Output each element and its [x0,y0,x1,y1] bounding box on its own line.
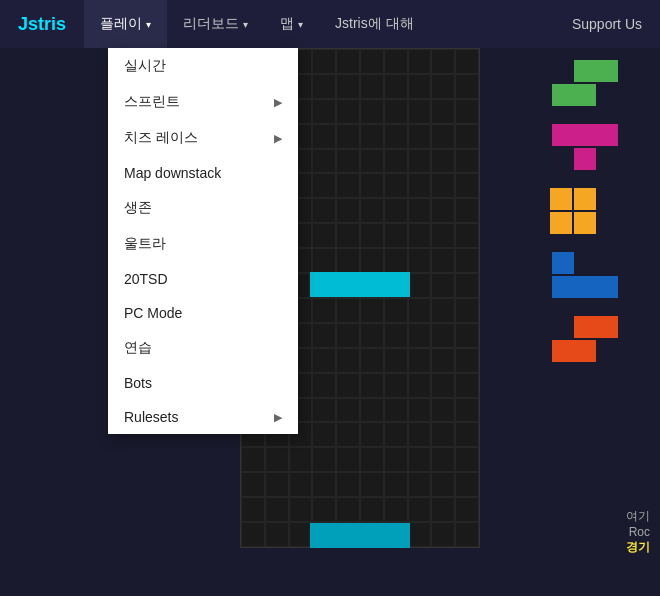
board-cell [455,198,479,223]
menu-cheese-label: 치즈 레이스 [124,129,198,147]
board-cell [336,99,360,124]
rulesets-sub-arrow: ▶ [274,411,282,424]
menu-item-20tsd[interactable]: 20TSD [108,262,298,296]
board-cell [455,149,479,174]
board-cell [312,74,336,99]
board-cell [289,447,313,472]
board-cell [455,273,479,298]
board-cell [360,298,384,323]
board-cell [384,99,408,124]
menu-item-mapdownstack[interactable]: Map downstack [108,156,298,190]
menu-sprint-label: 스프린트 [124,93,180,111]
board-cell [455,49,479,74]
right-side-text: 여기 Roc 경기 [626,508,650,556]
board-cell [336,74,360,99]
nav-item-play[interactable]: 플레이 ▾ [84,0,167,48]
navbar: Jstris 플레이 ▾ 리더보드 ▾ 맵 ▾ Jstris에 대해 Suppo… [0,0,660,48]
board-cell [384,198,408,223]
board-cell [431,522,455,547]
menu-ultra-label: 울트라 [124,235,166,253]
menu-practice-label: 연습 [124,339,152,357]
board-cell [312,447,336,472]
board-cell [455,497,479,522]
board-cell [384,447,408,472]
board-cell [408,173,432,198]
board-cell [336,248,360,273]
nav-leaderboard-arrow: ▾ [243,19,248,30]
nav-logo[interactable]: Jstris [0,14,84,35]
board-cell [384,74,408,99]
board-cell [408,422,432,447]
board-cell [241,497,265,522]
svg-rect-0 [574,60,596,82]
svg-rect-6 [596,124,618,146]
menu-bots-label: Bots [124,375,152,391]
board-cell [265,497,289,522]
menu-realtime-label: 실시간 [124,57,166,75]
board-cell [312,497,336,522]
nav-map-label: 맵 [280,15,294,33]
board-cell [336,447,360,472]
board-cell [289,497,313,522]
menu-item-survival[interactable]: 생존 [108,190,298,226]
board-cell [384,173,408,198]
board-cell [455,472,479,497]
board-cell [455,373,479,398]
right-text-line3: 경기 [626,539,650,556]
board-cell [431,173,455,198]
next-piece-j-blue [550,252,618,298]
board-cell [384,398,408,423]
svg-rect-13 [552,276,574,298]
svg-rect-5 [574,124,596,146]
nav-about-label: Jstris에 대해 [335,15,414,33]
board-cell [408,149,432,174]
svg-rect-16 [552,340,574,362]
menu-item-ultra[interactable]: 울트라 [108,226,298,262]
board-cell [455,74,479,99]
board-cell [360,149,384,174]
next-pieces-panel [550,60,640,362]
nav-item-leaderboard[interactable]: 리더보드 ▾ [167,0,264,48]
menu-item-bots[interactable]: Bots [108,366,298,400]
menu-item-pcmode[interactable]: PC Mode [108,296,298,330]
menu-item-cheese[interactable]: 치즈 레이스 ▶ [108,120,298,156]
board-cell [241,447,265,472]
board-cell [312,472,336,497]
sprint-sub-arrow: ▶ [274,96,282,109]
board-cell [431,248,455,273]
nav-item-map[interactable]: 맵 ▾ [264,0,319,48]
board-cell [431,74,455,99]
active-piece-cyan-mid [310,272,410,297]
menu-item-sprint[interactable]: 스프린트 ▶ [108,84,298,120]
menu-item-rulesets[interactable]: Rulesets ▶ [108,400,298,434]
board-cell [265,447,289,472]
svg-rect-11 [574,212,596,234]
nav-map-arrow: ▾ [298,19,303,30]
board-cell [360,323,384,348]
board-cell [431,124,455,149]
svg-rect-4 [552,124,574,146]
board-cell [312,223,336,248]
board-cell [289,522,313,547]
board-cell [312,298,336,323]
board-cell [408,273,432,298]
menu-item-practice[interactable]: 연습 [108,330,298,366]
nav-support[interactable]: Support Us [554,0,660,48]
board-cell [360,472,384,497]
board-cell [408,522,432,547]
board-cell [431,497,455,522]
board-cell [336,398,360,423]
nav-item-about[interactable]: Jstris에 대해 [319,0,430,48]
board-cell [384,323,408,348]
menu-item-realtime[interactable]: 실시간 [108,48,298,84]
board-cell [408,373,432,398]
board-cell [431,223,455,248]
board-cell [408,497,432,522]
board-cell [312,398,336,423]
board-cell [336,298,360,323]
board-cell [455,124,479,149]
svg-rect-7 [574,148,596,170]
board-cell [408,124,432,149]
board-cell [312,173,336,198]
board-cell [265,472,289,497]
